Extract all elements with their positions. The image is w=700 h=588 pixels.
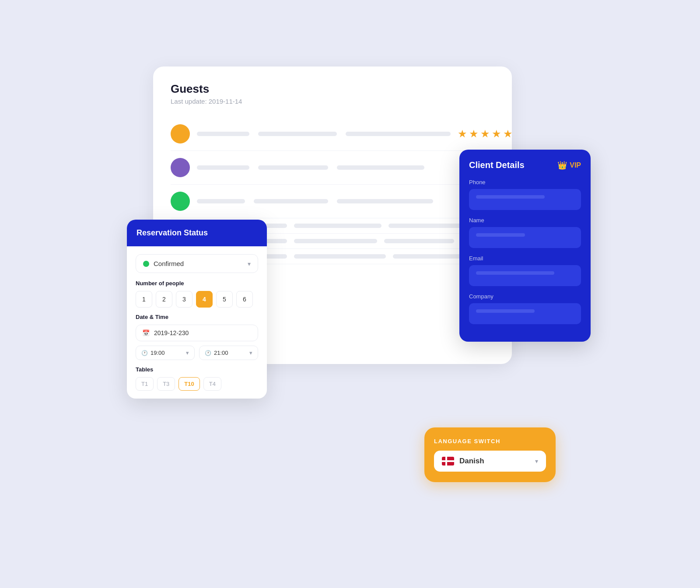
guest-row-1: ★ ★ ★ ★ ★: [171, 117, 494, 151]
reservation-card: Reservation Status Confirmed ▾ Number of…: [127, 220, 267, 399]
email-field-group: Email: [469, 255, 581, 286]
status-indicator: [143, 261, 149, 267]
phone-field-group: Phone: [469, 179, 581, 210]
star-1: ★: [458, 128, 467, 140]
skeleton: [254, 199, 328, 203]
chevron-down-icon-2: ▾: [249, 350, 252, 356]
skeleton: [197, 132, 249, 136]
row-content-2: [197, 165, 494, 170]
status-label: Confirmed: [154, 260, 184, 267]
language-title: LANGUAGE SWITCH: [434, 438, 546, 444]
table-btn-T4[interactable]: T4: [203, 377, 221, 391]
time-start-select[interactable]: 🕐 19:00 ▾: [136, 346, 195, 360]
company-skeleton: [476, 309, 535, 313]
name-skeleton: [476, 233, 525, 237]
skeleton: [337, 199, 433, 203]
people-btn-4[interactable]: 4: [196, 291, 213, 308]
people-btn-2[interactable]: 2: [156, 291, 172, 308]
skeleton: [294, 224, 382, 228]
phone-skeleton: [476, 195, 545, 199]
danish-flag-icon: [442, 457, 454, 466]
avatar-purple: [171, 158, 190, 177]
people-btn-6[interactable]: 6: [236, 291, 253, 308]
skeleton: [294, 239, 377, 243]
status-dropdown[interactable]: Confirmed ▾: [136, 254, 258, 273]
name-label: Name: [469, 217, 581, 224]
company-label: Company: [469, 293, 581, 300]
client-card: Client Details 👑 VIP Phone Name Email: [459, 150, 591, 342]
skeleton: [294, 254, 386, 259]
reservation-body: Confirmed ▾ Number of people 1 2 3 4 5 6…: [127, 246, 267, 399]
skeleton: [388, 224, 467, 228]
guest-row-2: [171, 151, 494, 185]
skeleton: [197, 165, 249, 170]
reservation-header: Reservation Status: [127, 220, 267, 246]
star-2: ★: [469, 128, 479, 140]
table-btn-T10[interactable]: T10: [178, 377, 200, 391]
language-name: Danish: [459, 457, 484, 466]
email-skeleton: [476, 271, 554, 275]
guest-row-3: [171, 185, 494, 218]
people-btn-3[interactable]: 3: [176, 291, 192, 308]
tables-section-label: Tables: [136, 366, 258, 373]
phone-input[interactable]: [469, 189, 581, 210]
star-3: ★: [480, 128, 490, 140]
skeleton: [384, 239, 454, 243]
company-input[interactable]: [469, 303, 581, 324]
people-buttons: 1 2 3 4 5 6: [136, 291, 258, 308]
chevron-down-icon: ▾: [248, 260, 251, 267]
row-content-3: [197, 199, 494, 203]
clock-icon-2: 🕐: [205, 350, 211, 356]
vip-badge: 👑 VIP: [557, 161, 581, 170]
vip-label: VIP: [570, 161, 581, 169]
guests-subtitle: Last update: 2019-11-14: [171, 98, 494, 105]
time-end-select[interactable]: 🕐 21:00 ▾: [199, 346, 258, 360]
stars-row: ★ ★ ★ ★ ★: [458, 128, 513, 140]
time-row: 🕐 19:00 ▾ 🕐 21:00 ▾: [136, 346, 258, 360]
table-btn-T3[interactable]: T3: [157, 377, 175, 391]
star-4: ★: [492, 128, 501, 140]
company-field-group: Company: [469, 293, 581, 324]
people-btn-5[interactable]: 5: [216, 291, 233, 308]
client-title: Client Details: [469, 160, 525, 170]
avatar-orange: [171, 124, 190, 144]
datetime-section-label: Date & Time: [136, 314, 258, 320]
language-card: LANGUAGE SWITCH Danish ▾: [424, 427, 556, 482]
calendar-icon: 📅: [142, 329, 150, 336]
name-input[interactable]: [469, 227, 581, 248]
tables-row: T1 T3 T10 T4: [136, 377, 258, 391]
email-input[interactable]: [469, 265, 581, 286]
skeleton: [337, 165, 424, 170]
crown-icon: 👑: [557, 161, 567, 170]
clock-icon: 🕐: [141, 350, 148, 356]
language-select[interactable]: Danish ▾: [434, 451, 546, 472]
time-start-value: 19:00: [150, 350, 165, 356]
date-input[interactable]: 📅 2019-12-230: [136, 325, 258, 341]
phone-label: Phone: [469, 179, 581, 186]
time-end-value: 21:00: [214, 350, 228, 356]
chevron-down-icon: ▾: [186, 350, 189, 356]
row-content-1: [197, 132, 451, 136]
language-left: Danish: [442, 457, 484, 466]
date-value: 2019-12-230: [154, 329, 189, 336]
reservation-title: Reservation Status: [136, 228, 208, 237]
name-field-group: Name: [469, 217, 581, 248]
chevron-down-icon-lang: ▾: [535, 458, 538, 465]
table-btn-T1[interactable]: T1: [136, 377, 154, 391]
skeleton: [346, 132, 451, 136]
skeleton: [258, 132, 337, 136]
client-header: Client Details 👑 VIP: [469, 160, 581, 170]
people-btn-1[interactable]: 1: [136, 291, 152, 308]
email-label: Email: [469, 255, 581, 262]
skeleton: [258, 165, 328, 170]
avatar-green: [171, 192, 190, 211]
guests-title: Guests: [171, 82, 494, 96]
skeleton: [197, 199, 245, 203]
status-left: Confirmed: [143, 260, 184, 267]
star-5: ★: [503, 128, 513, 140]
skeleton: [393, 254, 467, 259]
people-section-label: Number of people: [136, 280, 258, 287]
